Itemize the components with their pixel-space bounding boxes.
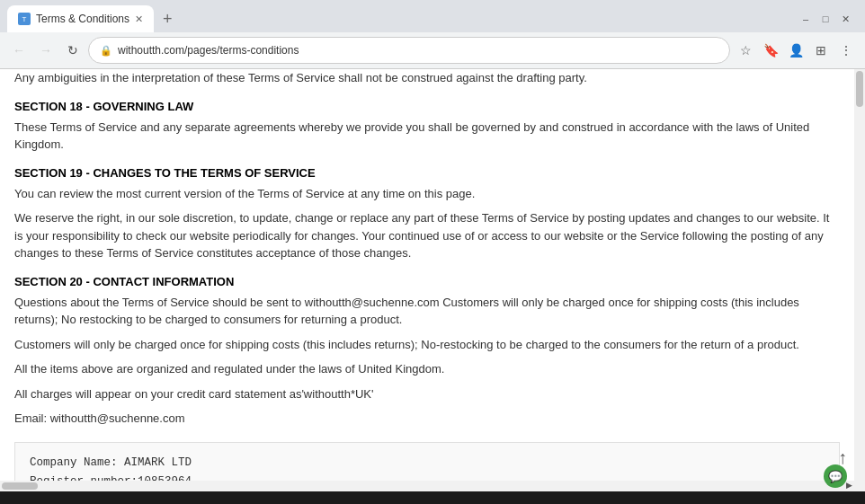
forward-button[interactable]: →	[34, 39, 58, 62]
section18-heading: SECTION 18 - GOVERNING LAW	[14, 100, 840, 113]
star-icon[interactable]: ☆	[734, 39, 757, 62]
back-button[interactable]: ←	[7, 39, 31, 62]
tab-close-button[interactable]: ✕	[135, 13, 143, 25]
vertical-scrollbar[interactable]: ▼	[854, 69, 865, 504]
url-bar[interactable]: 🔒 withoutth.com/pages/terms-conditions	[88, 37, 730, 64]
intro-paragraph: Any ambiguities in the interpretation of…	[14, 69, 840, 87]
company-name: Company Name: AIMARK LTD	[30, 454, 825, 473]
scrollbar-thumb[interactable]	[856, 71, 863, 107]
section20-body2: Customers will only be charged once for …	[14, 336, 840, 354]
bottom-bar	[0, 491, 865, 504]
reload-button[interactable]: ↻	[61, 39, 85, 62]
section20-body1: Questions about the Terms of Service sho…	[14, 294, 840, 329]
section18-body: These Terms of Service and any separate …	[14, 119, 840, 154]
content-area[interactable]: Any ambiguities in the interpretation of…	[0, 69, 854, 504]
tab-label: Terms & Conditions	[36, 13, 129, 25]
profile-icon[interactable]: 👤	[784, 39, 807, 62]
horizontal-scrollbar[interactable]: ▶	[0, 481, 854, 491]
close-button[interactable]: ✕	[836, 10, 854, 28]
url-text: withoutth.com/pages/terms-conditions	[118, 44, 299, 57]
tab-bar: T Terms & Conditions ✕ + – □ ✕	[0, 0, 865, 32]
bookmark-icon[interactable]: 🔖	[759, 39, 782, 62]
toolbar: ← → ↻ 🔒 withoutth.com/pages/terms-condit…	[0, 32, 865, 68]
toolbar-actions: ☆ 🔖 👤 ⊞ ⋮	[734, 39, 858, 62]
section20-heading: SECTION 20 - CONTACT INFORMATION	[14, 275, 840, 288]
lock-icon: 🔒	[100, 45, 112, 57]
window-controls: – □ ✕	[797, 10, 858, 28]
active-tab[interactable]: T Terms & Conditions ✕	[7, 5, 154, 32]
chat-bubble[interactable]: 💬	[824, 464, 847, 488]
menu-icon[interactable]: ⋮	[834, 39, 858, 62]
minimize-button[interactable]: –	[797, 10, 815, 28]
grid-icon[interactable]: ⊞	[809, 39, 833, 62]
section19-body1: You can review the most current version …	[14, 185, 840, 203]
browser-chrome: T Terms & Conditions ✕ + – □ ✕ ← → ↻ 🔒 w…	[0, 0, 865, 69]
section20-email: Email: withoutth@suchenne.com	[14, 410, 840, 428]
section20-body4: All charges will appear on your credit c…	[14, 385, 840, 403]
section19-heading: SECTION 19 - CHANGES TO THE TERMS OF SER…	[14, 166, 840, 180]
maximize-button[interactable]: □	[816, 10, 834, 28]
new-tab-button[interactable]: +	[157, 8, 178, 31]
section19-body2: We reserve the right, in our sole discre…	[14, 209, 840, 262]
section20-body3: All the items above are organized and re…	[14, 360, 840, 378]
tab-favicon: T	[18, 13, 31, 25]
page-wrapper: Any ambiguities in the interpretation of…	[0, 69, 865, 504]
h-scrollbar-thumb[interactable]	[2, 482, 38, 490]
